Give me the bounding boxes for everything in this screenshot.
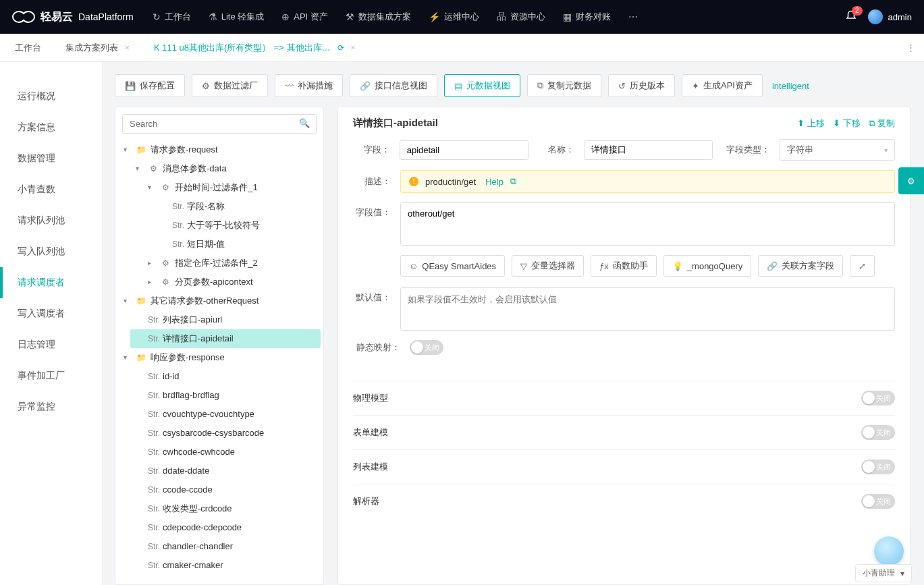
topbar: 轻易云 DataPlatform ↻工作台 ⚗Lite 轻集成 ⊕API 资产 …	[0, 0, 924, 34]
refresh-icon: ↻	[153, 11, 161, 22]
flask-icon: ⚗	[209, 11, 217, 22]
close-icon[interactable]: ×	[125, 43, 130, 53]
topnav-ops[interactable]: ⚡运维中心	[429, 11, 479, 23]
brand-logo-icon	[12, 9, 35, 25]
tabsbar: 工作台 集成方案列表× K 111 u8其他出库(所有类型） => 其他出库… …	[0, 34, 924, 62]
brand-name: 轻易云	[40, 10, 73, 24]
username: admin	[888, 12, 912, 22]
integration-icon: ⚒	[346, 11, 354, 22]
topnav-api-asset[interactable]: ⊕API 资产	[281, 11, 328, 23]
finance-icon: ▦	[563, 11, 572, 22]
tab-current[interactable]: K 111 u8其他出库(所有类型） => 其他出库… ⟳ ×	[142, 34, 368, 61]
notifications-button[interactable]: 2	[845, 10, 857, 24]
refresh-tab-icon[interactable]: ⟳	[337, 43, 344, 53]
tabs-more[interactable]: ⋮	[897, 34, 924, 61]
user-menu[interactable]: admin	[868, 9, 912, 24]
api-icon: ⊕	[281, 11, 290, 22]
tab-integration-list[interactable]: 集成方案列表×	[53, 34, 142, 61]
ellipsis-icon: ⋯	[628, 11, 638, 22]
close-icon[interactable]: ×	[351, 43, 356, 53]
topnav-workspace[interactable]: ↻工作台	[153, 11, 191, 23]
topnav-resources[interactable]: 品资源中心	[497, 11, 545, 23]
brand-product: DataPlatform	[78, 11, 134, 22]
topnav: ↻工作台 ⚗Lite 轻集成 ⊕API 资产 ⚒数据集成方案 ⚡运维中心 品资源…	[153, 11, 840, 23]
topnav-finance[interactable]: ▦财务对账	[563, 11, 611, 23]
bolt-icon: ⚡	[429, 11, 440, 22]
avatar	[868, 9, 883, 24]
topnav-data-integration[interactable]: ⚒数据集成方案	[346, 11, 411, 23]
topnav-more[interactable]: ⋯	[628, 11, 638, 22]
resources-icon: 品	[497, 11, 506, 23]
brand: 轻易云 DataPlatform	[12, 9, 134, 25]
arrow-icon: =>	[273, 43, 283, 53]
topnav-lite[interactable]: ⚗Lite 轻集成	[209, 11, 265, 23]
top-right: 2 admin	[845, 9, 912, 24]
tab-workspace[interactable]: 工作台	[3, 34, 53, 61]
notifications-badge: 2	[852, 6, 863, 16]
